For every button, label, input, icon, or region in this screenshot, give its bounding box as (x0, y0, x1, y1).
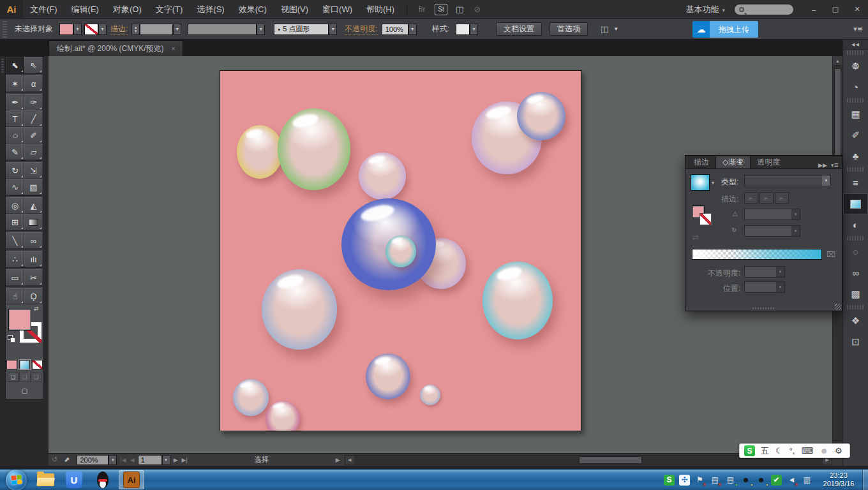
draw-inside-button[interactable]: ❏ (31, 373, 42, 382)
draw-normal-button[interactable]: ❏ (8, 373, 19, 382)
eraser-tool[interactable]: ▱ (24, 144, 43, 160)
color-panel-icon[interactable]: ☸ (843, 56, 868, 77)
blend-tool[interactable]: ∞ (24, 232, 43, 249)
network-icon[interactable]: ▥ (802, 475, 812, 486)
artboard-number-field[interactable]: 1 (138, 455, 162, 465)
line-segment-tool[interactable]: ╱ (24, 110, 43, 127)
direct-selection-tool[interactable]: ⇖ (24, 57, 43, 73)
opacity-link[interactable]: 不透明度: (345, 24, 377, 35)
add-anchor-pen-tool[interactable]: ✑ (24, 94, 43, 110)
stroke-weight-stepper[interactable]: ▲▼ (131, 24, 140, 35)
share-icon[interactable]: ◫ (601, 24, 608, 34)
artboards-icon[interactable]: ⊡ (843, 331, 868, 352)
scroll-left-icon[interactable]: ◀ (345, 456, 354, 464)
gradient-panel-icon[interactable] (843, 193, 868, 214)
width-tool[interactable]: ∿ (6, 179, 24, 195)
rotate-tool[interactable]: ↻ (6, 162, 24, 179)
default-fill-stroke-icon[interactable] (8, 335, 15, 343)
account-icon[interactable]: ☻ (819, 446, 828, 456)
swap-fill-stroke-icon[interactable]: ⇄ (34, 306, 39, 312)
pink-bubble[interactable] (266, 401, 300, 431)
reverse-gradient-icon[interactable]: ⇄ (692, 233, 699, 242)
stroke-along-icon[interactable]: ⌐ (760, 192, 774, 204)
volume-muted-icon[interactable]: ◄✕ (786, 475, 797, 486)
stop-opacity-dropdown[interactable] (744, 266, 785, 278)
u-browser-app[interactable]: U (61, 470, 87, 489)
swatches-icon[interactable]: ▦ (843, 103, 868, 124)
gradient-type-dropdown[interactable] (744, 175, 831, 186)
halfwidth-moon-icon[interactable]: ☾ (775, 446, 783, 456)
column-graph-tool[interactable]: ılı (24, 251, 43, 267)
printer-icon[interactable]: ▤• (725, 475, 736, 486)
qq-app[interactable] (90, 470, 116, 489)
settings-wrench-icon[interactable]: ⚙ (835, 446, 842, 456)
panel-menu-icon[interactable]: ▾≣ (853, 25, 863, 33)
cyan-bubble-right[interactable] (483, 262, 553, 339)
artboard-tool[interactable]: ▭ (6, 269, 24, 286)
search-input[interactable] (734, 4, 794, 15)
color-guide-icon[interactable]: ◔ (843, 77, 868, 98)
scale-tool[interactable]: ⇲ (24, 162, 43, 179)
gradient-mode-button[interactable] (19, 360, 30, 369)
style-swatch[interactable] (456, 24, 470, 35)
menu-object[interactable]: 对象(O) (106, 0, 149, 19)
lavender-bubble-top[interactable] (359, 152, 406, 200)
slice-tool[interactable]: ✂ (24, 269, 43, 286)
dock-gripper[interactable] (847, 50, 864, 55)
workspace-switcher[interactable]: 基本功能 (685, 4, 725, 15)
graphic-styles-icon[interactable]: ▩ (843, 283, 868, 304)
vertical-scroll-thumb[interactable] (834, 68, 841, 158)
brush-size-dropdown[interactable] (329, 24, 337, 35)
history-icon[interactable]: ↺ (52, 456, 57, 464)
document-tab[interactable]: 绘制.ait* @ 200% (CMYK/预览) × (49, 40, 183, 56)
opacity-dropdown[interactable] (408, 24, 417, 35)
stroke-weight-link[interactable]: 描边: (110, 24, 128, 35)
scroll-up-icon[interactable]: ▲ (833, 56, 842, 66)
dock-gripper[interactable] (847, 98, 864, 103)
small-blue-bubble-left[interactable] (233, 379, 269, 416)
layers-icon[interactable]: ❖ (843, 310, 868, 331)
kuler-icon[interactable]: ∞ (843, 262, 868, 283)
gradient-preview-swatch[interactable] (691, 174, 710, 191)
prev-artboard-icon[interactable]: ◀ (130, 457, 135, 463)
stroke-across-icon[interactable]: ⌐ (775, 192, 789, 204)
document-setup-button[interactable]: 文档设置 (496, 22, 542, 36)
menu-edit[interactable]: 编辑(E) (64, 0, 106, 19)
mesh-tool[interactable]: ⊞ (6, 214, 24, 230)
magic-wand-tool[interactable]: ✶ (6, 75, 24, 92)
dock-gripper[interactable] (847, 236, 864, 241)
last-artboard-icon[interactable]: ▶| (182, 457, 188, 463)
brush-definition-dropdown[interactable] (257, 24, 265, 35)
sogou-tray-icon[interactable]: S (664, 475, 675, 486)
pencil-tool[interactable]: ✎ (6, 144, 24, 160)
dock-gripper[interactable] (847, 167, 864, 172)
stroke-panel-icon[interactable]: ≡ (843, 172, 868, 193)
style-dropdown[interactable] (470, 24, 478, 35)
share-dropdown[interactable]: ▼ (613, 26, 618, 32)
qq-tray-icon[interactable]: ☻• (740, 475, 751, 486)
lasso-tool[interactable]: α (24, 75, 43, 92)
show-desktop-button[interactable] (862, 470, 868, 490)
menu-select[interactable]: 选择(S) (190, 0, 231, 19)
yellow-bubble[interactable] (237, 125, 283, 179)
fill-dropdown[interactable] (73, 24, 82, 35)
location-dropdown[interactable] (744, 281, 785, 293)
stroke-weight-dropdown[interactable] (173, 24, 181, 35)
collapse-panels-icon[interactable]: ◀◀ (843, 40, 868, 50)
menu-type[interactable]: 文字(T) (149, 0, 190, 19)
eyedropper-tool[interactable]: ╲ (6, 232, 24, 249)
dock-gripper[interactable] (847, 305, 864, 309)
opacity-field[interactable]: 100% (382, 24, 408, 35)
explorer-app[interactable] (33, 470, 58, 489)
blue-bubble-top-right[interactable] (517, 92, 565, 140)
qq-tray-icon-2[interactable]: ☻• (756, 475, 767, 486)
stock-button[interactable]: St (435, 4, 447, 15)
punctuation-icon[interactable]: °, (789, 446, 795, 456)
export-icon[interactable]: ⬈ (64, 456, 70, 464)
sogou-logo[interactable]: S (744, 445, 755, 456)
stroke-within-icon[interactable]: ⌐ (744, 192, 758, 204)
baidu-pan-tray-icon[interactable]: ✣ (679, 475, 690, 486)
zoom-level-field[interactable]: 200% (77, 455, 108, 465)
next-artboard-icon[interactable]: ▶ (174, 457, 178, 463)
paintbrush-tool[interactable]: ✐ (24, 127, 43, 144)
